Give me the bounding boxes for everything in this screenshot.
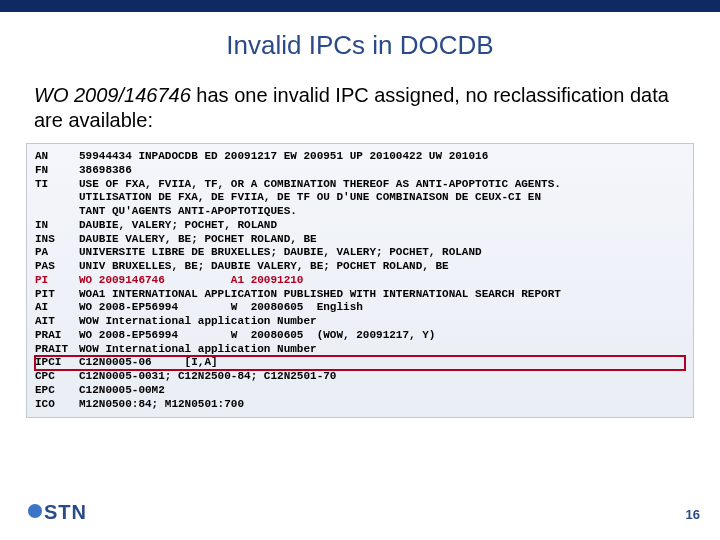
field-value: UTILISATION DE FXA, DE FVIIA, DE TF OU D… xyxy=(79,191,685,205)
document-id: WO 2009/146746 xyxy=(34,84,191,106)
field-tag: AIT xyxy=(35,315,79,329)
field-value: WO 2008-EP56994 W 20080605 (WOW, 2009121… xyxy=(79,329,685,343)
field-tag xyxy=(35,191,79,205)
logo-text: STN xyxy=(44,501,87,524)
record-block: AN59944434 INPADOCDB ED 20091217 EW 2009… xyxy=(26,143,694,418)
record-row: INDAUBIE, VALERY; POCHET, ROLAND xyxy=(35,219,685,233)
field-value: C12N0005-0031; C12N2500-84; C12N2501-70 xyxy=(79,370,685,384)
field-value: M12N0500:84; M12N0501:700 xyxy=(79,398,685,412)
field-tag: EPC xyxy=(35,384,79,398)
record-row: TANT QU'AGENTS ANTI-APOPTOTIQUES. xyxy=(35,205,685,219)
stn-logo: STN xyxy=(28,501,87,524)
record-row: ICOM12N0500:84; M12N0501:700 xyxy=(35,398,685,412)
intro-text: WO 2009/146746 has one invalid IPC assig… xyxy=(34,83,686,133)
field-value: C12N0005-06 [I,A] xyxy=(79,356,685,370)
field-tag: PRAIT xyxy=(35,343,79,357)
field-tag: TI xyxy=(35,178,79,192)
field-value: 59944434 INPADOCDB ED 20091217 EW 200951… xyxy=(79,150,685,164)
record-row: INSDAUBIE VALERY, BE; POCHET ROLAND, BE xyxy=(35,233,685,247)
record-row: UTILISATION DE FXA, DE FVIIA, DE TF OU D… xyxy=(35,191,685,205)
record-row: TIUSE OF FXA, FVIIA, TF, OR A COMBINATIO… xyxy=(35,178,685,192)
field-value: WO 2008-EP56994 W 20080605 English xyxy=(79,301,685,315)
field-tag: PIT xyxy=(35,288,79,302)
field-value: DAUBIE VALERY, BE; POCHET ROLAND, BE xyxy=(79,233,685,247)
field-tag: AI xyxy=(35,301,79,315)
record-row: PAUNIVERSITE LIBRE DE BRUXELLES; DAUBIE,… xyxy=(35,246,685,260)
record-row: IPCIC12N0005-06 [I,A] xyxy=(35,356,685,370)
field-value: C12N0005-00M2 xyxy=(79,384,685,398)
record-row: CPCC12N0005-0031; C12N2500-84; C12N2501-… xyxy=(35,370,685,384)
field-value: WOW International application Number xyxy=(79,343,685,357)
record-row: PRAITWOW International application Numbe… xyxy=(35,343,685,357)
top-bar xyxy=(0,0,720,12)
field-tag: IPCI xyxy=(35,356,79,370)
slide-title: Invalid IPCs in DOCDB xyxy=(0,30,720,61)
record-row: FN38698386 xyxy=(35,164,685,178)
record-row: PIWO 2009146746 A1 20091210 xyxy=(35,274,685,288)
field-value: WO 2009146746 A1 20091210 xyxy=(79,274,685,288)
field-value: TANT QU'AGENTS ANTI-APOPTOTIQUES. xyxy=(79,205,685,219)
field-tag: AN xyxy=(35,150,79,164)
field-value: WOW International application Number xyxy=(79,315,685,329)
field-tag: CPC xyxy=(35,370,79,384)
page-number: 16 xyxy=(686,507,700,522)
footer: STN 16 xyxy=(0,496,720,530)
field-value: USE OF FXA, FVIIA, TF, OR A COMBINATION … xyxy=(79,178,685,192)
field-value: DAUBIE, VALERY; POCHET, ROLAND xyxy=(79,219,685,233)
field-tag xyxy=(35,205,79,219)
record-row: AIWO 2008-EP56994 W 20080605 English xyxy=(35,301,685,315)
record-row: PRAIWO 2008-EP56994 W 20080605 (WOW, 200… xyxy=(35,329,685,343)
field-tag: ICO xyxy=(35,398,79,412)
record-row: AITWOW International application Number xyxy=(35,315,685,329)
field-tag: IN xyxy=(35,219,79,233)
field-tag: PAS xyxy=(35,260,79,274)
field-tag: PI xyxy=(35,274,79,288)
field-value: UNIV BRUXELLES, BE; DAUBIE VALERY, BE; P… xyxy=(79,260,685,274)
field-value: 38698386 xyxy=(79,164,685,178)
field-tag: INS xyxy=(35,233,79,247)
field-value: WOA1 INTERNATIONAL APPLICATION PUBLISHED… xyxy=(79,288,685,302)
field-value: UNIVERSITE LIBRE DE BRUXELLES; DAUBIE, V… xyxy=(79,246,685,260)
record-row: AN59944434 INPADOCDB ED 20091217 EW 2009… xyxy=(35,150,685,164)
field-tag: PA xyxy=(35,246,79,260)
logo-dot-icon xyxy=(28,504,42,518)
record-row: PASUNIV BRUXELLES, BE; DAUBIE VALERY, BE… xyxy=(35,260,685,274)
record-row: EPCC12N0005-00M2 xyxy=(35,384,685,398)
record-row: PITWOA1 INTERNATIONAL APPLICATION PUBLIS… xyxy=(35,288,685,302)
field-tag: FN xyxy=(35,164,79,178)
field-tag: PRAI xyxy=(35,329,79,343)
